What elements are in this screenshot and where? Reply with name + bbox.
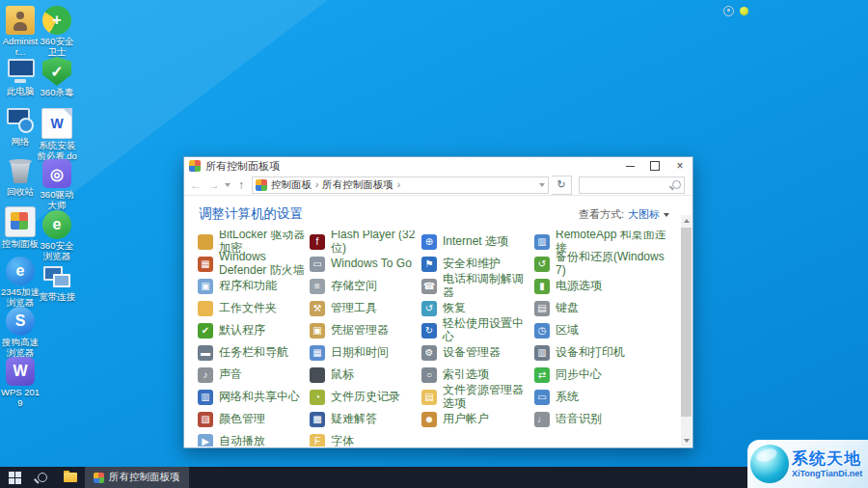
control-panel-item-icon: ▦ xyxy=(310,345,325,361)
control-panel-item[interactable]: ▤键盘 xyxy=(532,297,669,319)
icon-glyph: ◎ xyxy=(42,159,71,188)
desktop-icon-browser-360[interactable]: e360安全浏览器 xyxy=(37,204,77,256)
control-panel-item[interactable]: ☻用户帐户 xyxy=(420,408,532,430)
control-panel-item[interactable]: ☎电话和调制解调器 xyxy=(420,275,532,297)
desktop-icon-av-360[interactable]: ✓360杀毒 xyxy=(37,51,77,102)
control-panel-item[interactable]: fFlash Player (32 位) xyxy=(308,230,420,253)
desktop-icon-docx[interactable]: W系统安装前必看.docx xyxy=(37,102,77,153)
control-panel-item-label: Flash Player (32 位) xyxy=(331,230,418,255)
scroll-up-arrow[interactable] xyxy=(681,215,692,226)
control-panel-item-icon xyxy=(310,367,325,383)
control-panel-item-icon: ⚙ xyxy=(421,345,437,361)
control-panel-item[interactable]: ✔默认程序 xyxy=(196,319,308,341)
breadcrumb-all-items[interactable]: 所有控制面板项 xyxy=(322,178,393,192)
control-panel-item[interactable]: ▣凭据管理器 xyxy=(308,319,420,341)
control-panel-item-icon: ↺ xyxy=(534,257,550,272)
desktop-icon-sogou[interactable]: S搜狗高速浏览器 xyxy=(0,301,41,351)
control-panel-item[interactable]: ♩语音识别 xyxy=(532,408,669,430)
control-panel-item[interactable]: ♪声音 xyxy=(196,364,308,386)
recent-locations-chevron-icon[interactable] xyxy=(225,183,231,190)
desktop-icon-recycle-bin[interactable]: 回收站 xyxy=(0,150,41,201)
desktop-icon-drv-360[interactable]: ◎360驱动大师 xyxy=(37,153,77,204)
up-button[interactable]: ↑ xyxy=(233,178,249,192)
watermark-title: 系统天地 xyxy=(792,450,862,467)
tray-360-icon[interactable] xyxy=(723,6,734,16)
search-box[interactable] xyxy=(579,176,685,194)
control-panel-item[interactable]: F字体 xyxy=(308,430,420,447)
broadband-icon xyxy=(42,261,71,290)
file-explorer-button[interactable] xyxy=(56,467,85,488)
window-titlebar[interactable]: 所有控制面板项 × xyxy=(184,157,692,175)
back-button[interactable]: ← xyxy=(188,178,203,192)
desktop-icon-browser-2345[interactable]: e2345加速浏览器 xyxy=(0,251,41,301)
control-panel-item[interactable]: ↻轻松使用设置中心 xyxy=(420,319,532,341)
control-panel-item[interactable]: ▥设备和打印机 xyxy=(532,341,669,364)
address-bar[interactable]: 控制面板 › 所有控制面板项 › xyxy=(252,176,549,194)
desktop-icon-column-1: Administr...此电脑网络回收站控制面板e2345加速浏览器S搜狗高速浏… xyxy=(0,0,41,401)
control-panel-item[interactable]: ▬任务栏和导航 xyxy=(196,341,308,364)
browser-360-icon: e xyxy=(42,210,71,239)
control-panel-item[interactable]: 工作文件夹 xyxy=(196,297,308,319)
control-panel-item[interactable]: ↺备份和还原(Windows 7) xyxy=(532,253,669,275)
scrollbar-thumb[interactable] xyxy=(681,228,692,417)
tray-status-icon[interactable] xyxy=(740,7,748,15)
control-panel-item[interactable]: ▮电源选项 xyxy=(532,275,669,297)
control-panel-item[interactable]: ▥网络和共享中心 xyxy=(196,386,308,408)
desktop-icon-broadband[interactable]: 宽带连接 xyxy=(37,256,77,307)
taskbar-search-button[interactable] xyxy=(29,467,56,488)
control-panel-item[interactable]: ◔文件历史记录 xyxy=(308,386,420,408)
control-panel-item[interactable]: ▩疑难解答 xyxy=(308,408,420,430)
desktop-icon-this-pc[interactable]: 此电脑 xyxy=(0,50,41,100)
desktop-icon-network[interactable]: 网络 xyxy=(0,100,41,150)
scroll-down-arrow[interactable] xyxy=(681,436,692,447)
control-panel-item[interactable]: ▤文件资源管理器选项 xyxy=(420,386,532,408)
control-panel-item[interactable]: ≡存储空间 xyxy=(308,275,420,297)
control-panel-item-label: 键盘 xyxy=(556,302,579,314)
control-panel-item[interactable]: ▣程序和功能 xyxy=(196,275,308,297)
control-panel-item[interactable]: ⊕Internet 选项 xyxy=(420,230,532,253)
address-dropdown-icon[interactable] xyxy=(539,183,545,190)
forward-button[interactable]: → xyxy=(206,178,222,192)
control-panel-item-icon: ▥ xyxy=(534,345,550,361)
docx-icon: W xyxy=(41,108,72,139)
control-panel-item-icon: ▦ xyxy=(198,257,213,272)
minimize-button[interactable] xyxy=(617,157,642,175)
desktop-icon-control-panel[interactable]: 控制面板 xyxy=(0,201,41,251)
view-by-control[interactable]: 查看方式: 大图标 xyxy=(579,207,669,222)
control-panel-item-label: 同步中心 xyxy=(556,368,602,381)
control-panel-item[interactable]: ▨颜色管理 xyxy=(196,408,308,430)
control-panel-item-icon: F xyxy=(310,434,325,447)
control-panel-item-icon: ⊕ xyxy=(421,234,437,250)
vertical-scrollbar[interactable] xyxy=(681,215,692,447)
view-by-value[interactable]: 大图标 xyxy=(628,207,660,222)
control-panel-item-icon: ⚑ xyxy=(421,257,437,272)
control-panel-item[interactable]: ⚙设备管理器 xyxy=(420,341,532,364)
windows-logo-icon xyxy=(9,472,21,484)
control-panel-item-icon: ▥ xyxy=(534,234,550,250)
close-button[interactable]: × xyxy=(667,157,692,175)
control-panel-item[interactable]: ⇄同步中心 xyxy=(532,364,669,386)
control-panel-item[interactable]: ▦Windows Defender 防火墙 xyxy=(196,253,308,275)
icon-glyph: + xyxy=(42,6,71,35)
control-panel-item[interactable]: ▦日期和时间 xyxy=(308,341,420,364)
start-button[interactable] xyxy=(0,467,29,488)
desktop-icon-wps[interactable]: WWPS 2019 xyxy=(0,351,41,401)
view-by-dropdown-icon[interactable] xyxy=(664,213,669,220)
control-panel-item-label: 区域 xyxy=(556,324,579,337)
breadcrumb-control-panel[interactable]: 控制面板 xyxy=(271,178,312,192)
control-panel-item-icon: ≡ xyxy=(310,279,325,294)
desktop-icon-user-folder[interactable]: Administr... xyxy=(0,0,41,50)
control-panel-item[interactable]: ▭Windows To Go xyxy=(308,253,420,275)
control-panel-item[interactable]: ◷区域 xyxy=(532,319,669,341)
desktop-icon-safe-360[interactable]: +360安全卫士 xyxy=(37,0,77,51)
control-panel-item-icon: ▣ xyxy=(198,279,213,294)
control-panel-item[interactable]: ▶自动播放 xyxy=(196,430,308,447)
watermark-globe-icon xyxy=(750,445,789,483)
control-panel-item[interactable]: ▭系统 xyxy=(532,386,669,408)
control-panel-item[interactable]: ⚒管理工具 xyxy=(308,297,420,319)
maximize-button[interactable] xyxy=(642,157,667,175)
control-panel-item[interactable]: 鼠标 xyxy=(308,364,420,386)
taskbar-app-control-panel[interactable]: 所有控制面板项 xyxy=(85,467,189,488)
search-input[interactable] xyxy=(583,178,672,191)
refresh-button[interactable]: ↻ xyxy=(552,176,572,195)
